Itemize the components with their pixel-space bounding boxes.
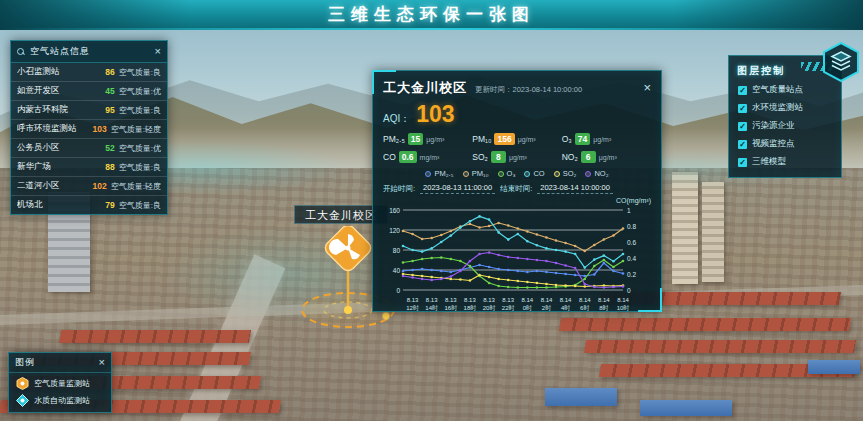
- legend-item-label: 空气质量监测站: [34, 378, 90, 389]
- layer-toggle-button[interactable]: [822, 42, 860, 82]
- legend-series-name: CO: [533, 169, 544, 178]
- station-list-panel: 空气站点信息 × 小召监测站86空气质量:良如意开发区45空气质量:优内蒙古环科…: [10, 40, 168, 215]
- pollutant-name: PM₁₀: [472, 134, 491, 144]
- station-row[interactable]: 呼市环境监测站103空气质量:轻度: [11, 120, 167, 139]
- station-aqi-value: 102: [87, 181, 107, 191]
- pollutant-name: O₃: [562, 134, 572, 144]
- station-aqi-value: 52: [95, 143, 115, 153]
- right-axis-unit-label: CO(mg/m³): [383, 197, 651, 204]
- start-time-input[interactable]: 2023-08-13 11:00:00: [420, 183, 495, 194]
- pollutant-name: PM₂.₅: [383, 134, 405, 144]
- chart-legend-item[interactable]: O₃: [498, 169, 516, 178]
- station-row[interactable]: 机场北79空气质量:良: [11, 196, 167, 214]
- station-aqi-value: 95: [95, 105, 115, 115]
- pollutant-value-chip: 156: [494, 133, 514, 145]
- checkbox-checked-icon[interactable]: ✓: [738, 158, 747, 167]
- svg-text:40: 40: [393, 267, 401, 274]
- station-aqi-value: 86: [95, 67, 115, 77]
- layer-row[interactable]: ✓水环境监测站: [729, 99, 841, 117]
- water-station-marker-icon: [16, 394, 29, 407]
- close-icon[interactable]: ×: [99, 357, 105, 368]
- svg-text:8.146时: 8.146时: [579, 297, 591, 311]
- chart-legend-item[interactable]: CO: [524, 169, 544, 178]
- svg-text:8.1312时: 8.1312时: [406, 297, 419, 311]
- station-quality-text: 空气质量:轻度: [111, 124, 161, 135]
- checkbox-checked-icon[interactable]: ✓: [738, 140, 747, 149]
- svg-text:8.1410时: 8.1410时: [617, 297, 630, 311]
- close-icon[interactable]: ×: [155, 46, 161, 57]
- svg-text:80: 80: [393, 247, 401, 254]
- station-name: 内蒙古环科院: [17, 104, 91, 116]
- layer-label: 污染源企业: [752, 120, 795, 132]
- checkbox-checked-icon[interactable]: ✓: [738, 104, 747, 113]
- warehouse: [545, 388, 617, 406]
- building-row: [584, 340, 856, 353]
- station-name: 机场北: [17, 199, 91, 211]
- pollutant-unit: μg/m³: [593, 136, 611, 143]
- svg-text:1: 1: [627, 207, 631, 214]
- station-name: 呼市环境监测站: [17, 123, 83, 135]
- aqi-readout: AQI： 103: [383, 101, 651, 128]
- checkbox-checked-icon[interactable]: ✓: [738, 122, 747, 131]
- layer-row[interactable]: ✓视频监控点: [729, 135, 841, 153]
- chart-legend: PM₂.₅PM₁₀O₃COSO₂NO₂: [383, 169, 651, 178]
- building-tower: [672, 172, 698, 284]
- pollutant-value-chip: 15: [408, 133, 423, 145]
- layer-row[interactable]: ✓空气质量站点: [729, 81, 841, 99]
- layer-row[interactable]: ✓污染源企业: [729, 117, 841, 135]
- warehouse: [808, 360, 860, 374]
- station-list: 小召监测站86空气质量:良如意开发区45空气质量:优内蒙古环科院95空气质量:良…: [11, 63, 167, 214]
- station-row[interactable]: 如意开发区45空气质量:优: [11, 82, 167, 101]
- aqi-value: 103: [416, 101, 454, 128]
- station-aqi-value: 79: [95, 200, 115, 210]
- pollutant-name: CO: [383, 152, 396, 162]
- svg-text:120: 120: [389, 227, 400, 234]
- chart-legend-item[interactable]: PM₂.₅: [425, 169, 453, 178]
- station-row[interactable]: 小召监测站86空气质量:良: [11, 63, 167, 82]
- end-time-label: 结束时间:: [500, 184, 532, 194]
- svg-text:0: 0: [396, 287, 400, 294]
- layer-list: ✓空气质量站点✓水环境监测站✓污染源企业✓视频监控点✓三维模型: [729, 81, 841, 171]
- svg-text:8.1322时: 8.1322时: [502, 297, 515, 311]
- station-quality-text: 空气质量:优: [119, 86, 161, 97]
- svg-text:8.142时: 8.142时: [541, 297, 553, 311]
- station-name: 小召监测站: [17, 66, 91, 78]
- legend-dot: [524, 171, 530, 177]
- pollutant-cell: NO₂6μg/m³: [562, 151, 651, 163]
- chart-legend-item[interactable]: SO₂: [554, 169, 577, 178]
- warehouse: [640, 400, 732, 416]
- station-aqi-value: 45: [95, 86, 115, 96]
- title-bar: 三维生态环保一张图: [0, 0, 863, 30]
- air-station-marker-icon: [16, 377, 29, 390]
- station-name: 新华广场: [17, 161, 91, 173]
- station-row[interactable]: 公务员小区52空气质量:优: [11, 139, 167, 158]
- station-row[interactable]: 二道河小区102空气质量:轻度: [11, 177, 167, 196]
- end-time-input[interactable]: 2023-08-14 10:00:00: [537, 183, 613, 194]
- pollutant-cell: SO₂8μg/m³: [472, 151, 561, 163]
- station-quality-text: 空气质量:良: [119, 200, 161, 211]
- legend-item-label: 水质自动监测站: [34, 395, 90, 406]
- station-row[interactable]: 新华广场88空气质量:良: [11, 158, 167, 177]
- station-row[interactable]: 内蒙古环科院95空气质量:良: [11, 101, 167, 120]
- svg-text:8.140时: 8.140时: [522, 297, 534, 311]
- trend-line-chart: 0408012016000.20.40.60.818.1312时8.1314时8…: [383, 204, 653, 322]
- station-aqi-value: 103: [87, 124, 107, 134]
- legend-dot: [425, 171, 431, 177]
- station-panel-header: 空气站点信息 ×: [11, 41, 167, 63]
- pollutant-unit: μg/m³: [509, 154, 527, 161]
- layer-row[interactable]: ✓三维模型: [729, 153, 841, 171]
- svg-text:160: 160: [389, 207, 400, 214]
- layer-label: 三维模型: [752, 156, 786, 168]
- svg-text:8.144时: 8.144时: [560, 297, 572, 311]
- chart-legend-item[interactable]: PM₁₀: [463, 169, 489, 178]
- close-icon[interactable]: ×: [643, 82, 651, 93]
- checkbox-checked-icon[interactable]: ✓: [738, 86, 747, 95]
- svg-text:8.1318时: 8.1318时: [464, 297, 477, 311]
- legend-series-name: PM₁₀: [472, 169, 489, 178]
- chart-legend-item[interactable]: NO₂: [585, 169, 608, 178]
- aqi-label: AQI：: [383, 112, 410, 126]
- pollutant-cell: CO0.6mg/m³: [383, 151, 472, 163]
- station-name: 二道河小区: [17, 180, 83, 192]
- layer-label: 空气质量站点: [752, 84, 803, 96]
- layer-label: 视频监控点: [752, 138, 795, 150]
